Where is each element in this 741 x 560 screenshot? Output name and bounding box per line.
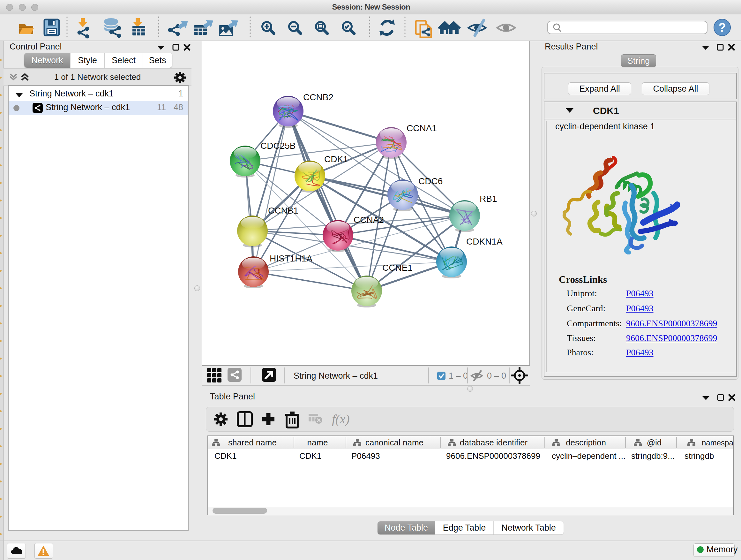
svg-text:name: name <box>307 438 328 447</box>
svg-text:stringdb:9...: stringdb:9... <box>631 451 675 461</box>
svg-text:shared name: shared name <box>228 438 277 447</box>
svg-text:CDK1: CDK1 <box>324 154 348 164</box>
svg-text:CCNB1: CCNB1 <box>268 206 298 215</box>
svg-text:CDC6: CDC6 <box>418 176 443 186</box>
svg-text:stringdb: stringdb <box>684 451 714 461</box>
svg-text:?: ? <box>718 21 726 34</box>
svg-text:1 – 0: 1 – 0 <box>449 371 468 381</box>
svg-text:P06493: P06493 <box>351 451 380 461</box>
svg-text:HIST1H1A: HIST1H1A <box>270 253 313 263</box>
svg-text:CDKN1A: CDKN1A <box>466 237 502 246</box>
svg-text:CDK1: CDK1 <box>299 451 321 461</box>
svg-text:database identifier: database identifier <box>460 438 528 447</box>
svg-text:RB1: RB1 <box>480 194 497 204</box>
svg-text:9606.ENSP00000378699: 9606.ENSP00000378699 <box>446 451 540 461</box>
svg-text:String Network – cdk1: String Network – cdk1 <box>293 371 378 381</box>
svg-text:namespac: namespac <box>702 438 733 447</box>
svg-text:canonical name: canonical name <box>365 438 423 447</box>
svg-text:cyclin–dependent ...: cyclin–dependent ... <box>552 451 625 461</box>
svg-text:0 – 0: 0 – 0 <box>487 371 506 381</box>
svg-text:description: description <box>566 438 606 447</box>
svg-text:CDK1: CDK1 <box>214 451 237 461</box>
svg-text:CDC25B: CDC25B <box>260 141 295 151</box>
svg-text:CCNB2: CCNB2 <box>303 92 333 102</box>
svg-text:CCNA2: CCNA2 <box>354 215 384 225</box>
svg-text:CCNE1: CCNE1 <box>382 263 413 273</box>
svg-text:CCNA1: CCNA1 <box>407 123 437 133</box>
svg-text:@id: @id <box>647 438 662 447</box>
svg-text:f(x): f(x) <box>332 412 350 426</box>
